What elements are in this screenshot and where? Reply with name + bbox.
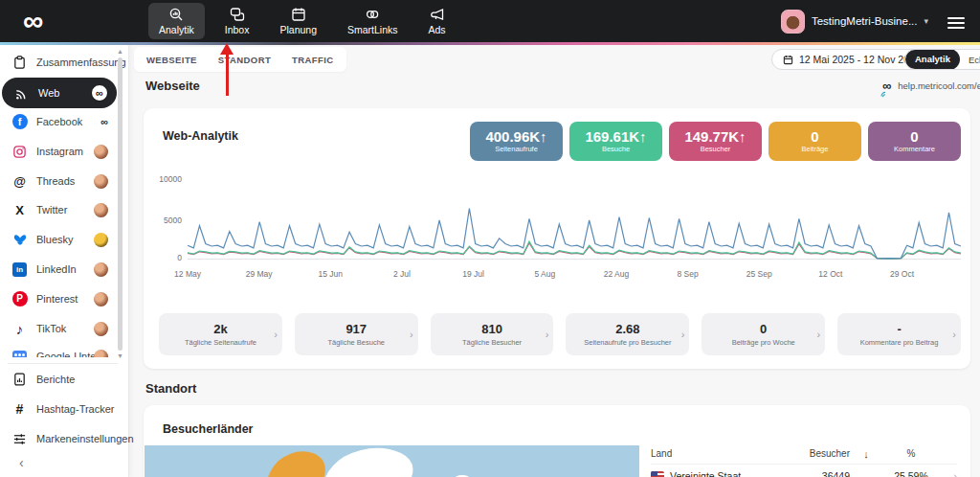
- sidebar-item-google-business[interactable]: Google-Untern...: [0, 342, 117, 357]
- hashtag-icon: #: [11, 401, 28, 418]
- sidebar-item-label: Web: [38, 87, 59, 99]
- toggle-analytik[interactable]: Analytik: [905, 49, 960, 70]
- card-title: Web-Analytik: [163, 129, 238, 143]
- kpi-seitenaufrufe[interactable]: 400.96K↑ Seitenaufrufe: [470, 122, 563, 161]
- sidebar-item-pinterest[interactable]: P Pinterest: [0, 284, 117, 313]
- x-axis-tick: 15 Jun: [319, 269, 344, 279]
- sidebar-item-threads[interactable]: @ Threads: [0, 167, 117, 195]
- stat-beitraege-pro-woche[interactable]: 0Beiträge pro Woche ›: [702, 313, 825, 355]
- chevron-right-icon: ›: [940, 470, 957, 477]
- sidebar-item-tiktok[interactable]: ♪ TikTok: [0, 314, 117, 343]
- kpi-chips: 400.96K↑ Seitenaufrufe 169.61K↑ Besuche …: [470, 122, 961, 161]
- col-besucher[interactable]: Besucher: [783, 448, 850, 459]
- stat-seitenaufrufe-pro-besucher[interactable]: 2.68Seitenaufrufe pro Besucher ›: [566, 313, 689, 355]
- col-land: Land: [651, 448, 783, 459]
- sidebar-item-label: Berichte: [36, 374, 75, 385]
- sidebar-item-label: Facebook: [36, 116, 82, 127]
- card-title: Besucherländer: [163, 422, 253, 436]
- stat-kommentare-pro-beitrag[interactable]: -Kommentare pro Beitrag ›: [837, 313, 961, 355]
- sidebar-item-web[interactable]: Web ∞: [2, 78, 117, 108]
- facebook-icon: f: [11, 114, 28, 130]
- stat-taegliche-seitenaufrufe[interactable]: 2kTägliche Seitenaufrufe ›: [159, 313, 282, 355]
- chevron-right-icon: ›: [274, 329, 278, 340]
- nav-ads[interactable]: Ads: [418, 3, 457, 39]
- tab-traffic[interactable]: TRAFFIC: [292, 55, 333, 65]
- kpi-besucher[interactable]: 149.77K↑ Besucher: [669, 122, 762, 161]
- chevron-right-icon: ›: [816, 329, 820, 340]
- megaphone-icon: [430, 7, 445, 22]
- metricool-help-icon: ∞: [882, 81, 891, 91]
- sidebar-item-markeneinstellungen[interactable]: Markeneinstellungen: [0, 424, 117, 453]
- account-name: TestingMetri-Busine...: [812, 15, 918, 27]
- toggle-echtzeit[interactable]: Echtzeit: [960, 55, 980, 65]
- table-row[interactable]: Vereinigte Staat... 36449 25.59% ›: [651, 465, 957, 477]
- kpi-kommentare[interactable]: 0 Kommentare: [868, 122, 961, 161]
- help-link-text: help.metricool.com/es/: [898, 80, 980, 91]
- stat-taegliche-besuche[interactable]: 917Tägliche Besuche ›: [295, 313, 418, 355]
- sidebar-item-instagram[interactable]: Instagram: [0, 137, 117, 166]
- scroll-down-icon[interactable]: ▼: [117, 352, 123, 359]
- pinterest-icon: P: [11, 291, 28, 307]
- nav-inbox[interactable]: Inbox: [214, 3, 260, 39]
- profile-avatar-badge: [94, 292, 108, 307]
- sidebar-item-hashtag-tracker[interactable]: # Hashtag-Tracker: [0, 395, 117, 423]
- sidebar-item-zusammenfassung[interactable]: Zusammenfassung: [0, 48, 117, 77]
- metricool-logo-icon[interactable]: ∞: [23, 2, 43, 40]
- world-map: [145, 445, 639, 477]
- chevron-right-icon: ›: [681, 329, 685, 340]
- sidebar-item-twitter[interactable]: X Twitter: [0, 195, 117, 224]
- main-nav: Analytik Inbox Planung: [148, 0, 457, 42]
- sliders-icon: [11, 431, 28, 447]
- chevron-right-icon: ›: [546, 329, 549, 340]
- x-axis-tick: 25 Sep: [746, 269, 772, 279]
- x-axis-tick: 8 Sep: [677, 269, 698, 279]
- kpi-beitraege[interactable]: 0 Beiträge: [768, 122, 861, 161]
- kpi-label: Beiträge: [802, 145, 829, 153]
- y-axis-tick: 0: [151, 253, 182, 262]
- scroll-up-icon[interactable]: ▲: [117, 48, 123, 55]
- sidebar-item-label: Instagram: [36, 146, 83, 157]
- clipboard-icon: [11, 55, 28, 71]
- nav-smartlinks[interactable]: SmartLinks: [337, 3, 409, 39]
- trend-up-icon: ↑: [540, 128, 547, 145]
- threads-icon: @: [11, 173, 28, 190]
- sidebar-item-bluesky[interactable]: Bluesky: [0, 225, 117, 254]
- profile-avatar-badge: [94, 322, 108, 336]
- metricool-badge-icon: ∞: [100, 116, 108, 127]
- top-bar: ∞ Analytik Inbox: [0, 0, 980, 42]
- nav-analytik[interactable]: Analytik: [148, 3, 205, 39]
- kpi-label: Besuche: [602, 145, 630, 153]
- nav-analytik-label: Analytik: [159, 24, 194, 35]
- sidebar-item-label: Twitter: [36, 204, 67, 216]
- tab-webseite[interactable]: WEBSEITE: [146, 55, 197, 65]
- sidebar-collapse-button[interactable]: ‹: [19, 455, 24, 470]
- report-document-icon: [11, 372, 28, 388]
- x-axis-tick: 29 May: [246, 269, 273, 279]
- analytics-search-icon: [168, 7, 184, 22]
- kpi-besuche[interactable]: 169.61K↑ Besuche: [569, 122, 662, 161]
- chevron-right-icon: ›: [952, 329, 956, 340]
- stat-taegliche-besucher[interactable]: 810Tägliche Besucher ›: [431, 313, 554, 355]
- analytik-echtzeit-toggle: Analytik Echtzeit: [904, 49, 980, 70]
- annotation-arrow-line: [226, 54, 229, 96]
- us-flag-icon: [651, 471, 664, 477]
- nav-smartlinks-label: SmartLinks: [347, 24, 398, 35]
- hamburger-menu-icon[interactable]: [947, 14, 965, 32]
- web-traffic-chart: [188, 181, 961, 260]
- sort-desc-icon[interactable]: ↓: [850, 448, 882, 460]
- sidebar-item-facebook[interactable]: f Facebook ∞: [0, 107, 117, 136]
- account-menu[interactable]: TestingMetri-Busine... ▾: [781, 0, 928, 42]
- sidebar-item-label: LinkedIn: [36, 263, 77, 275]
- help-link[interactable]: ∞ help.metricool.com/es/: [882, 80, 980, 91]
- sidebar-scrollbar[interactable]: [118, 57, 122, 351]
- sidebar-item-linkedin[interactable]: in LinkedIn: [0, 255, 117, 284]
- y-axis-tick: 5000: [151, 216, 182, 225]
- kpi-label: Seitenaufrufe: [495, 145, 538, 153]
- sidebar-item-berichte[interactable]: Berichte: [0, 365, 117, 394]
- col-percent: %: [882, 448, 940, 459]
- standort-heading: Standort: [145, 381, 196, 396]
- instagram-icon: [11, 144, 28, 160]
- sidebar-item-label: Markeneinstellungen: [36, 433, 134, 444]
- nav-planung[interactable]: Planung: [269, 3, 327, 39]
- besucherlaender-card: Besucherländer Land Besucher ↓ %: [144, 405, 970, 477]
